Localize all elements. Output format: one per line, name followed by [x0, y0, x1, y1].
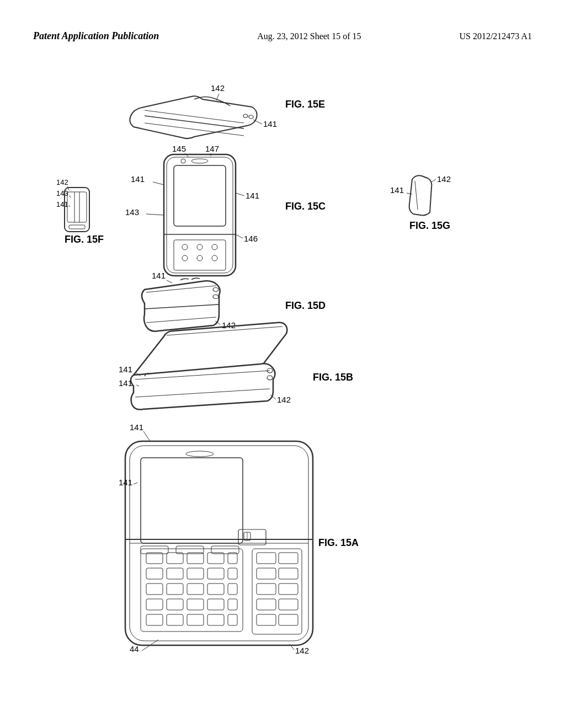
svg-line-11 [69, 205, 70, 207]
patent-drawing-container: FIG. 15E 142 141 FIG. 15F [48, 66, 517, 673]
svg-rect-59 [187, 568, 204, 579]
ref-141-15a-1: 141 [130, 422, 143, 432]
fig-15e-label: FIG. 15E [285, 99, 325, 110]
ref-141-15e: 141 [263, 119, 277, 129]
ref-143-15c: 143 [125, 207, 139, 217]
fig-15d-label: FIG. 15D [285, 300, 326, 311]
svg-rect-74 [187, 614, 204, 625]
ref-142-15f: 142 [56, 178, 68, 186]
svg-point-19 [212, 244, 217, 250]
svg-rect-78 [257, 553, 276, 564]
svg-point-35 [213, 295, 218, 299]
svg-rect-60 [207, 568, 224, 579]
svg-point-23 [191, 159, 208, 163]
ref-142-15a: 142 [295, 646, 309, 655]
svg-point-88 [186, 451, 214, 457]
svg-rect-70 [207, 599, 224, 610]
ref-146: 146 [244, 234, 258, 243]
svg-rect-57 [146, 568, 163, 579]
svg-rect-52 [146, 553, 163, 564]
svg-rect-63 [167, 584, 183, 595]
svg-rect-85 [279, 599, 298, 610]
svg-rect-55 [207, 553, 224, 564]
svg-rect-62 [146, 584, 163, 595]
svg-line-32 [431, 179, 436, 182]
svg-rect-84 [257, 599, 276, 610]
patent-svg: FIG. 15E 142 141 FIG. 15F [48, 66, 517, 673]
svg-rect-14 [174, 165, 226, 226]
svg-rect-87 [279, 614, 298, 625]
svg-rect-80 [257, 568, 276, 579]
fig-15f-group: FIG. 15F 142 143 141 [56, 178, 104, 245]
ref-141-15b-left: 141 [119, 365, 132, 374]
svg-line-25 [153, 182, 164, 185]
svg-point-18 [197, 244, 202, 250]
svg-line-41 [136, 385, 139, 386]
svg-rect-8 [69, 225, 85, 229]
svg-point-20 [182, 255, 188, 261]
svg-rect-65 [207, 584, 224, 595]
svg-rect-67 [146, 599, 163, 610]
svg-line-33 [145, 304, 219, 309]
svg-line-36 [167, 280, 172, 283]
ref-147: 147 [205, 144, 219, 153]
main-drawing-area: FIG. 15E 142 141 FIG. 15F [0, 66, 565, 728]
svg-point-0 [243, 114, 248, 117]
svg-rect-56 [228, 553, 237, 564]
fig-15g-label: FIG. 15G [409, 220, 450, 231]
fig-15a-label: FIG. 15A [318, 537, 359, 548]
svg-line-94 [134, 483, 137, 484]
ref-141-15c: 141 [131, 174, 145, 184]
ref-141-right-15c: 141 [246, 191, 259, 200]
patent-publication-label: Patent Application Publication [33, 30, 159, 42]
svg-rect-71 [228, 599, 237, 610]
svg-rect-79 [279, 553, 298, 564]
svg-rect-82 [257, 584, 276, 595]
svg-line-30 [236, 234, 243, 238]
page-header: Patent Application Publication Aug. 23, … [0, 30, 565, 42]
svg-rect-86 [257, 614, 276, 625]
date-sheet-label: Aug. 23, 2012 Sheet 15 of 15 [257, 31, 361, 41]
ref-142-15g: 142 [437, 174, 451, 184]
patent-number-label: US 2012/212473 A1 [459, 31, 532, 41]
svg-rect-75 [207, 614, 224, 625]
svg-point-34 [213, 288, 218, 292]
svg-rect-66 [228, 584, 237, 595]
ref-141-15a-2: 141 [119, 478, 132, 487]
ref-145: 145 [172, 144, 186, 153]
fig-15a-group: FIG. 15A 44 141 141 142 [119, 422, 359, 655]
ref-141-15b-right: 141 [119, 378, 132, 388]
ref-142-15d: 142 [222, 320, 236, 330]
svg-point-21 [197, 255, 202, 261]
svg-point-24 [181, 159, 185, 163]
svg-rect-83 [279, 584, 298, 595]
fig-15f-label: FIG. 15F [65, 234, 104, 245]
svg-rect-54 [187, 553, 204, 564]
fig-15e-group: FIG. 15E 142 141 [130, 83, 325, 138]
ref-141-15d: 141 [152, 271, 166, 280]
svg-rect-73 [167, 614, 183, 625]
svg-point-22 [212, 255, 217, 261]
ref-142-15b: 142 [277, 395, 291, 404]
svg-point-39 [267, 376, 273, 380]
fig-15g-group: FIG. 15G 141 142 [390, 174, 451, 231]
svg-rect-68 [167, 599, 183, 610]
svg-line-93 [143, 431, 150, 441]
svg-point-1 [249, 115, 253, 119]
svg-line-31 [407, 193, 412, 194]
svg-line-26 [146, 214, 164, 215]
fig-15b-group: FIG. 15B 141 141 142 [119, 323, 353, 410]
ref-142-top: 142 [211, 83, 225, 93]
svg-rect-61 [228, 568, 237, 579]
svg-rect-76 [228, 614, 237, 625]
svg-rect-77 [252, 549, 302, 634]
svg-rect-81 [279, 568, 298, 579]
svg-rect-12 [164, 154, 236, 276]
fig-15c-group: FIG. 15C 141 143 145 147 141 146 [125, 144, 326, 276]
svg-rect-53 [167, 553, 183, 564]
svg-rect-58 [167, 568, 183, 579]
ref-141-15g: 141 [390, 185, 404, 195]
svg-line-10 [69, 196, 71, 197]
fig-15b-label: FIG. 15B [313, 372, 353, 383]
svg-rect-69 [187, 599, 204, 610]
